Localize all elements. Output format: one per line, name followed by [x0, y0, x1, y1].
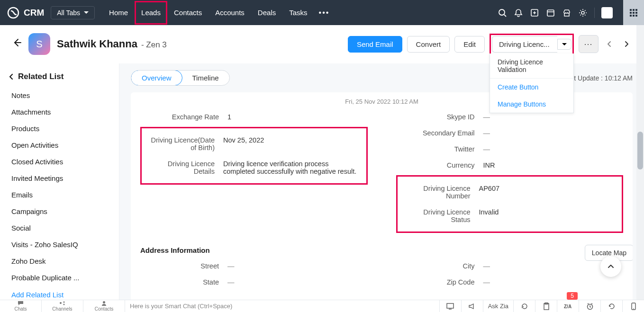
nav-tab-deals[interactable]: Deals [251, 1, 282, 25]
edit-button[interactable]: Edit [454, 36, 485, 53]
field-grid: Exchange Rate 1 Driving Licence(Date of … [140, 109, 623, 235]
record-header: S Sathwik Khanna - Zen 3 Send Email Conv… [0, 25, 644, 63]
plus-icon[interactable] [530, 8, 539, 18]
bell-icon[interactable] [514, 8, 523, 18]
nav-tab-contacts[interactable]: Contacts [167, 1, 209, 25]
svg-rect-16 [633, 15, 635, 17]
field-value[interactable]: Invalid [479, 208, 617, 223]
bottom-tab-chats[interactable]: Chats [0, 300, 42, 312]
scrollbar[interactable] [636, 25, 644, 300]
dropdown-menu: Driving Licence Validation Create Button… [490, 53, 574, 113]
field-label: Driving Licence(Date of Birth) [147, 136, 223, 152]
svg-point-19 [60, 302, 62, 304]
clock-icon[interactable] [579, 300, 600, 312]
nav-more-button[interactable]: ••• [314, 1, 335, 25]
svg-rect-6 [547, 10, 554, 16]
sidebar-item-open-activities[interactable]: Open Activities [0, 137, 119, 153]
field-label: Twitter [398, 145, 483, 153]
bottom-tab-channels[interactable]: Channels [42, 300, 83, 312]
svg-line-2 [504, 15, 506, 17]
nav-tab-accounts[interactable]: Accounts [209, 1, 251, 25]
more-actions-button[interactable]: ⋯ [579, 35, 599, 53]
back-arrow-icon[interactable] [11, 37, 22, 51]
sidebar-item-duplicates[interactable]: Probable Duplicate ... [0, 269, 119, 286]
tab-overview[interactable]: Overview [131, 70, 182, 86]
field-value[interactable]: — [483, 129, 622, 137]
field-value[interactable]: — [483, 278, 622, 286]
custom-button-caret[interactable] [557, 39, 571, 50]
sidebar-item-products[interactable]: Products [0, 120, 119, 137]
phone-icon[interactable] [622, 300, 644, 312]
sidebar-item-attachments[interactable]: Attachments [0, 104, 119, 120]
field-value[interactable]: — [227, 262, 366, 270]
field-value[interactable]: INR [483, 161, 622, 169]
svg-point-8 [581, 11, 584, 14]
all-tabs-button[interactable]: All Tabs [51, 6, 95, 19]
field-value[interactable]: Nov 25, 2022 [223, 136, 361, 152]
details-panel: Fri, 25 Nov 2022 10:12 AM Exchange Rate … [131, 92, 633, 306]
record-avatar: S [28, 33, 50, 55]
clipboard-icon[interactable] [535, 300, 557, 312]
crm-logo-icon [7, 6, 20, 19]
gear-icon[interactable] [578, 8, 588, 18]
field-state: State — [140, 274, 368, 290]
collapse-icon[interactable] [8, 73, 14, 80]
dropdown-item-validation[interactable]: Driving Licence Validation [490, 53, 573, 78]
app-logo: CRM [7, 6, 44, 19]
sidebar-item-zoho-desk[interactable]: Zoho Desk [0, 253, 119, 269]
field-value[interactable]: Driving licence verification process com… [223, 160, 361, 175]
svg-rect-12 [630, 12, 632, 14]
screen-icon[interactable] [439, 300, 461, 312]
sidebar-item-emails[interactable]: Emails [0, 187, 119, 203]
field-column-left: Exchange Rate 1 Driving Licence(Date of … [140, 109, 368, 235]
prev-record-arrow[interactable] [603, 37, 616, 52]
history-icon[interactable] [600, 300, 622, 312]
apps-grid-icon[interactable] [623, 0, 644, 25]
send-email-button[interactable]: Send Email [348, 36, 402, 53]
caret-down-icon [84, 11, 89, 14]
scrollbar-thumb[interactable] [637, 132, 643, 169]
field-dl-number: Driving Licence Number AP607 [401, 180, 618, 204]
nav-tab-tasks[interactable]: Tasks [282, 1, 314, 25]
field-value[interactable]: — [227, 278, 366, 286]
ask-zia-button[interactable]: Ask Zia [483, 300, 513, 312]
svg-point-20 [63, 302, 65, 303]
refresh-icon[interactable] [513, 300, 535, 312]
calendar-icon[interactable] [546, 8, 555, 18]
sidebar-item-closed-activities[interactable]: Closed Activities [0, 153, 119, 170]
field-value[interactable]: — [483, 113, 622, 121]
dropdown-item-manage-buttons[interactable]: Manage Buttons [490, 96, 573, 113]
field-label: Driving Licence Status [403, 208, 479, 223]
field-value[interactable]: — [483, 145, 622, 153]
field-label: Street [142, 262, 227, 270]
next-record-arrow[interactable] [620, 37, 633, 52]
nav-tab-leads[interactable]: Leads [135, 1, 167, 25]
notification-badge[interactable]: 5 [567, 292, 578, 300]
field-value[interactable]: AP607 [479, 185, 617, 200]
user-avatar[interactable] [601, 7, 613, 18]
convert-button[interactable]: Convert [407, 36, 450, 53]
search-icon[interactable] [498, 8, 507, 18]
megaphone-icon[interactable] [461, 300, 483, 312]
bottom-tab-contacts[interactable]: Contacts [83, 300, 125, 312]
smart-chat-input[interactable]: Here is your Smart Chat (Ctrl+Space) [125, 300, 439, 312]
scroll-top-button[interactable] [600, 256, 621, 277]
sidebar-item-visits[interactable]: Visits - Zoho SalesIQ [0, 236, 119, 253]
sidebar-item-invited-meetings[interactable]: Invited Meetings [0, 170, 119, 187]
field-secondary-email: Secondary Email — [396, 125, 624, 141]
sidebar-item-campaigns[interactable]: Campaigns [0, 203, 119, 220]
custom-button-main[interactable]: Driving Licenc... [492, 36, 557, 53]
bottom-right-icons: Ask Zia Z/A [439, 300, 644, 312]
field-column-right: Skype ID — Secondary Email — Twitter — C… [396, 109, 624, 235]
sidebar-item-social[interactable]: Social [0, 220, 119, 236]
field-street: Street — [140, 258, 368, 274]
field-value[interactable]: 1 [227, 113, 366, 121]
marketplace-icon[interactable] [562, 8, 571, 18]
bottom-tabs: Chats Channels Contacts [0, 300, 125, 312]
nav-tab-home[interactable]: Home [102, 1, 135, 25]
dropdown-item-create-button[interactable]: Create Button [490, 79, 573, 96]
sidebar-item-notes[interactable]: Notes [0, 87, 119, 104]
za-icon[interactable]: Z/A [557, 300, 579, 312]
tab-timeline[interactable]: Timeline [182, 71, 229, 85]
field-label: Skype ID [398, 113, 483, 121]
